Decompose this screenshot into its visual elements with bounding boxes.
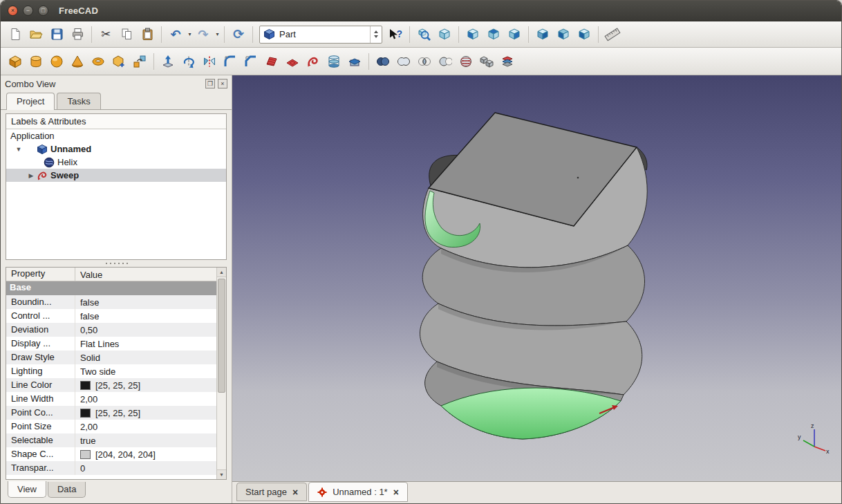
rear-view-button[interactable] [532,24,553,45]
create-primitives-button[interactable] [109,51,129,72]
panel-close-button[interactable]: × [218,79,227,88]
sweep-button[interactable] [303,51,324,72]
shape-builder-button[interactable] [129,51,150,72]
loft-icon [327,55,341,68]
paste-button[interactable] [137,24,158,45]
property-row-display-mode[interactable]: Display ...Flat Lines [6,337,226,351]
redo-button[interactable]: ↷ [193,24,214,45]
top-view-button[interactable] [483,24,504,45]
box-button[interactable] [5,51,26,72]
ruled-surface-button[interactable] [261,51,282,72]
tree-item-sweep[interactable]: ▶ Sweep [6,169,226,182]
window-minimize-button[interactable]: − [23,6,33,16]
sphere-icon [50,55,64,68]
property-row-draw-style[interactable]: Draw StyleSolid [6,351,226,364]
property-row-point-size[interactable]: Point Size2,00 [6,420,226,433]
cone-button[interactable] [67,51,88,72]
tree-item-helix[interactable]: Helix [6,156,226,169]
tree-item-unnamed-document[interactable]: ▼ Unnamed [6,142,226,156]
print-button[interactable] [67,24,88,45]
fit-all-button[interactable] [413,24,434,45]
mirror-button[interactable] [199,51,220,72]
property-row-shape-color[interactable]: Shape C...[204, 204, 204] [6,447,226,461]
revolve-button[interactable] [178,51,199,72]
loft-button[interactable] [324,51,344,72]
tab-unnamed-document[interactable]: Unnamed : 1* × [308,482,408,502]
property-row-control-points[interactable]: Control ...false [6,309,226,323]
3d-viewport[interactable]: z y x [232,75,841,481]
property-row-bounding-box[interactable]: Boundin...false [6,295,226,309]
cylinder-button[interactable] [26,51,46,72]
maximize-icon: □ [41,8,45,14]
axonometric-view-button[interactable] [434,24,455,45]
property-row-point-color[interactable]: Point Co...[25, 25, 25] [6,406,226,420]
axis-x-label: x [826,448,830,454]
expand-closed-icon[interactable]: ▶ [27,172,35,179]
expand-open-icon[interactable]: ▼ [15,146,23,153]
property-row-deviation[interactable]: Deviation0,50 [6,323,226,337]
property-row-line-color[interactable]: Line Color[25, 25, 25] [6,378,226,392]
make-face-button[interactable] [282,51,303,72]
common-button[interactable] [414,51,435,72]
bottom-view-button[interactable] [553,24,574,45]
undo-button[interactable]: ↶ [165,24,186,45]
window-close-button[interactable]: × [8,6,18,16]
cut-button[interactable]: ✂ [95,24,116,45]
minimize-icon: − [26,8,30,14]
refresh-button[interactable]: ⟳ [228,24,249,45]
save-icon [50,28,64,41]
property-scrollbar[interactable]: ▲ ▼ [216,268,226,479]
scrollbar-thumb[interactable] [218,279,225,393]
close-tab-icon[interactable]: × [393,487,399,497]
cut-boolean-button[interactable] [435,51,456,72]
panel-splitter[interactable] [1,260,232,267]
copy-button[interactable] [116,24,137,45]
tab-data[interactable]: Data [48,482,86,498]
scroll-up-icon[interactable]: ▲ [217,268,226,277]
tab-start-page[interactable]: Start page × [236,483,307,501]
property-row-selectable[interactable]: Selectabletrue [6,433,226,447]
create-primitives-icon [112,55,126,68]
tree-item-application[interactable]: Application [6,129,226,142]
torus-icon [91,55,105,68]
panel-float-button[interactable]: ❐ [205,79,215,88]
workbench-selector[interactable]: Part [259,26,382,44]
front-view-button[interactable] [462,24,483,45]
property-group-base[interactable]: Base [6,281,226,295]
torus-button[interactable] [88,51,109,72]
window-maximize-button[interactable]: □ [38,6,48,16]
property-row-lighting[interactable]: LightingTwo side [6,364,226,378]
titlebar[interactable]: × − □ FreeCAD [1,1,841,21]
tab-project[interactable]: Project [6,93,55,110]
shape-builder-icon [133,55,147,68]
boolean-button[interactable] [373,51,393,72]
section-button[interactable] [344,51,365,72]
sphere-button[interactable] [46,51,67,72]
undo-dropdown[interactable]: ▾ [187,31,193,37]
union-button[interactable] [393,51,414,72]
property-row-transparency[interactable]: Transpar...0 [6,461,226,475]
compound-button[interactable] [476,51,497,72]
chamfer-button[interactable] [241,51,261,72]
redo-dropdown[interactable]: ▾ [214,31,221,37]
workbench-spinner[interactable] [370,26,382,43]
close-tab-icon[interactable]: × [292,487,298,497]
right-view-button[interactable] [504,24,525,45]
scroll-down-icon[interactable]: ▼ [217,469,226,479]
save-button[interactable] [46,24,67,45]
open-document-button[interactable] [26,24,46,45]
tab-view[interactable]: View [8,481,46,498]
new-document-button[interactable] [5,24,26,45]
whats-this-button[interactable]: ? [385,24,406,45]
extrude-button[interactable] [158,51,178,72]
fillet-button[interactable] [220,51,241,72]
cross-sections-button[interactable] [456,51,476,72]
axis-y-label: y [798,433,801,440]
slice-button[interactable] [497,51,518,72]
property-row-line-width[interactable]: Line Width2,00 [6,392,226,406]
rear-view-icon [536,28,550,41]
tab-tasks[interactable]: Tasks [57,93,100,109]
open-folder-icon [29,28,43,41]
left-view-button[interactable] [574,24,595,45]
measure-button[interactable] [602,24,623,45]
